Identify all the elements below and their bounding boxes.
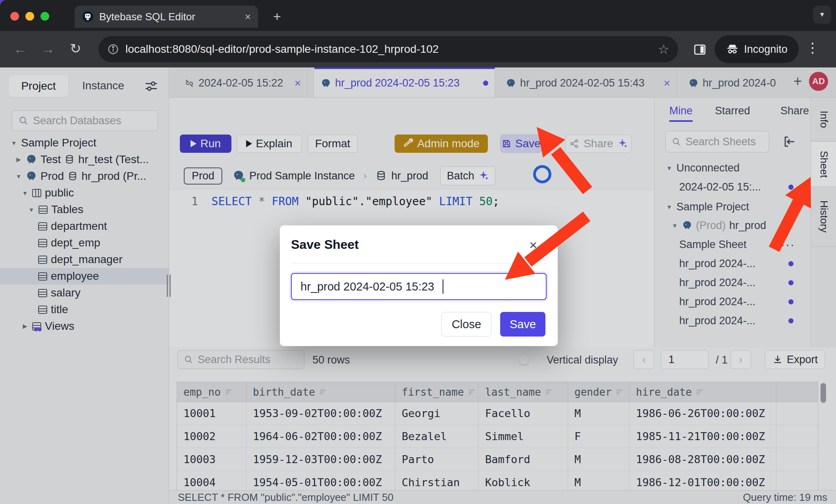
divider bbox=[291, 263, 547, 264]
dialog-save-button[interactable]: Save bbox=[500, 312, 545, 337]
url-bar[interactable]: localhost:8080/sql-editor/prod-sample-in… bbox=[98, 36, 678, 62]
bookmark-star-icon[interactable]: ☆ bbox=[658, 42, 669, 57]
forward-icon[interactable]: → bbox=[41, 41, 55, 57]
close-icon[interactable]: × bbox=[529, 237, 537, 253]
minimize-window-button[interactable] bbox=[25, 12, 34, 21]
incognito-badge: Incognito bbox=[715, 35, 799, 63]
browser-tab[interactable]: Bytebase SQL Editor × bbox=[75, 6, 258, 28]
text-cursor bbox=[443, 279, 443, 294]
browser-menu-icon[interactable]: ⋮ bbox=[806, 40, 819, 56]
maximize-window-button[interactable] bbox=[40, 12, 49, 21]
browser-tab-title: Bytebase SQL Editor bbox=[99, 11, 239, 23]
browser-chrome: Bytebase SQL Editor × + ▼ ← → ↻ localhos… bbox=[0, 0, 836, 67]
new-tab-button[interactable]: + bbox=[273, 10, 281, 23]
bytebase-favicon bbox=[82, 11, 94, 23]
url-text: localhost:8080/sql-editor/prod-sample-in… bbox=[125, 43, 651, 56]
close-window-button[interactable] bbox=[10, 12, 19, 21]
sheet-name-input[interactable] bbox=[291, 273, 547, 300]
save-sheet-dialog: Save Sheet × Close Save bbox=[280, 225, 558, 346]
close-tab-icon[interactable]: × bbox=[245, 12, 251, 22]
chevron-down-icon: ▼ bbox=[819, 11, 825, 18]
dialog-title: Save Sheet bbox=[291, 237, 359, 252]
dialog-close-button[interactable]: Close bbox=[441, 312, 491, 337]
tab-search-button[interactable]: ▼ bbox=[813, 6, 831, 24]
browser-toolbar: ← → ↻ localhost:8080/sql-editor/prod-sam… bbox=[0, 31, 836, 67]
incognito-label: Incognito bbox=[744, 43, 788, 56]
reload-icon[interactable]: ↻ bbox=[70, 40, 81, 56]
incognito-icon bbox=[726, 42, 739, 56]
site-info-icon[interactable] bbox=[107, 43, 119, 55]
side-panel-icon[interactable] bbox=[693, 43, 707, 56]
back-icon[interactable]: ← bbox=[13, 41, 27, 57]
